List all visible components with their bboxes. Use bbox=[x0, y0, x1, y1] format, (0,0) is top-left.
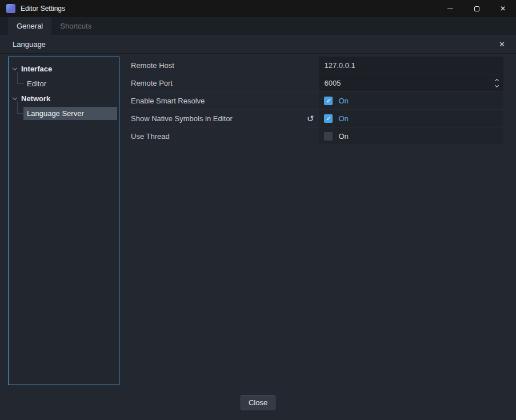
remote-host-field[interactable]: 127.0.0.1 bbox=[319, 57, 503, 74]
setting-value-cell: ✓ On bbox=[319, 110, 503, 127]
main-area: Interface Editor Network Language Server… bbox=[0, 54, 516, 387]
tree-item-label: Interface bbox=[18, 62, 117, 75]
use-thread-checkbox[interactable]: ✓ bbox=[324, 132, 333, 141]
tree-item-label: Network bbox=[18, 92, 117, 105]
close-window-button[interactable]: ✕ bbox=[490, 0, 516, 17]
chevron-down-icon[interactable] bbox=[12, 98, 18, 99]
setting-row-remote-port: Remote Port 6005 bbox=[123, 74, 508, 92]
setting-row-use-thread: Use Thread ✓ On bbox=[123, 127, 508, 145]
setting-label: Enable Smart Resolve bbox=[123, 92, 319, 109]
clear-search-button[interactable]: ✕ bbox=[496, 39, 508, 49]
tab-shortcuts[interactable]: Shortcuts bbox=[51, 17, 100, 35]
remote-host-value: 127.0.0.1 bbox=[324, 61, 355, 70]
tree-item-interface[interactable]: Interface bbox=[9, 61, 119, 76]
close-icon: ✕ bbox=[500, 5, 506, 12]
setting-value-cell: ✓ On bbox=[319, 127, 503, 145]
app-icon bbox=[6, 4, 15, 13]
settings-list: Remote Host 127.0.0.1 Remote Port 6005 bbox=[123, 57, 508, 385]
title-bar: Editor Settings ✕ bbox=[0, 0, 516, 17]
check-icon: ✓ bbox=[326, 115, 331, 122]
close-button[interactable]: Close bbox=[241, 395, 275, 410]
revert-to-default-icon[interactable]: ↺ bbox=[307, 114, 314, 123]
remote-port-value: 6005 bbox=[324, 79, 341, 87]
window-title: Editor Settings bbox=[21, 5, 65, 13]
window-controls: ✕ bbox=[437, 0, 516, 17]
setting-row-remote-host: Remote Host 127.0.0.1 bbox=[123, 57, 508, 74]
setting-value-cell: ✓ On bbox=[319, 92, 503, 109]
tab-bar: General Shortcuts bbox=[0, 17, 516, 35]
tree-item-network[interactable]: Network bbox=[9, 91, 119, 106]
minimize-icon bbox=[447, 9, 453, 9]
editor-settings-window: Editor Settings ✕ General Shortcuts Lang… bbox=[0, 0, 516, 420]
tab-general[interactable]: General bbox=[8, 17, 51, 35]
remote-port-spinbox[interactable]: 6005 bbox=[319, 74, 503, 91]
tree-item-language-server[interactable]: Language Server bbox=[9, 106, 119, 121]
tree-item-label: Editor bbox=[23, 77, 117, 90]
chevron-down-icon[interactable] bbox=[12, 68, 18, 70]
spinner-updown-icon[interactable] bbox=[495, 79, 498, 87]
search-input[interactable]: Language ✕ bbox=[0, 35, 516, 54]
setting-label: Use Thread bbox=[123, 127, 319, 145]
checkbox-state-label: On bbox=[338, 132, 348, 141]
setting-label: Show Native Symbols in Editor ↺ bbox=[123, 110, 319, 127]
minimize-button[interactable] bbox=[437, 0, 463, 17]
checkbox-state-label: On bbox=[338, 114, 348, 123]
checkbox-state-label: On bbox=[338, 97, 348, 105]
tree-item-label: Language Server bbox=[23, 107, 117, 120]
setting-label: Remote Port bbox=[123, 74, 319, 91]
tree-item-editor[interactable]: Editor bbox=[9, 76, 119, 91]
maximize-button[interactable] bbox=[463, 0, 490, 17]
setting-row-enable-smart-resolve: Enable Smart Resolve ✓ On bbox=[123, 92, 508, 110]
setting-label: Remote Host bbox=[123, 57, 319, 74]
setting-label-text: Show Native Symbols in Editor bbox=[131, 114, 233, 123]
show-native-symbols-checkbox[interactable]: ✓ bbox=[324, 114, 333, 123]
settings-section-tree: Interface Editor Network Language Server bbox=[8, 57, 119, 385]
maximize-icon bbox=[474, 6, 479, 11]
check-icon: ✓ bbox=[326, 98, 331, 104]
dialog-footer: Close bbox=[0, 387, 516, 420]
enable-smart-resolve-checkbox[interactable]: ✓ bbox=[324, 97, 333, 105]
clear-search-icon: ✕ bbox=[499, 40, 505, 49]
search-input-value: Language bbox=[13, 40, 46, 49]
setting-row-show-native-symbols: Show Native Symbols in Editor ↺ ✓ On bbox=[123, 110, 508, 127]
